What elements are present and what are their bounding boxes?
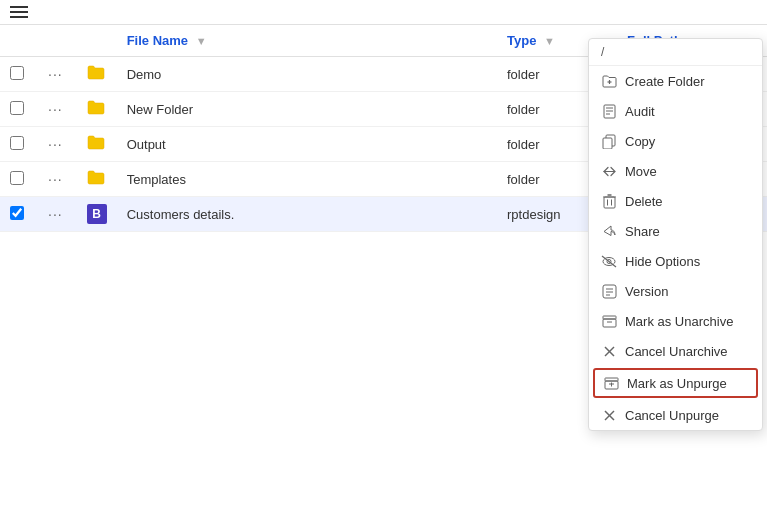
row-filename: Output (117, 127, 497, 162)
menu-item-move[interactable]: Move (589, 156, 762, 186)
row-options-button[interactable]: ··· (44, 64, 67, 84)
menu-item-label-share: Share (625, 224, 660, 239)
header-filename-col: File Name ▼ (117, 25, 497, 57)
menu-item-create-folder[interactable]: Create Folder (589, 66, 762, 96)
x-icon (601, 343, 617, 359)
row-filename: Customers details. (117, 197, 497, 232)
row-options-button[interactable]: ··· (44, 99, 67, 119)
row-icon (77, 57, 117, 92)
row-checkbox[interactable] (10, 206, 24, 220)
move-icon (601, 163, 617, 179)
context-menu-path: / (589, 39, 762, 66)
hamburger-icon[interactable] (10, 6, 28, 18)
type-filter-icon[interactable]: ▼ (544, 35, 555, 47)
svg-rect-21 (603, 316, 616, 319)
menu-item-label-audit: Audit (625, 104, 655, 119)
row-icon (77, 92, 117, 127)
folder-plus-icon (601, 73, 617, 89)
filename-filter-icon[interactable]: ▼ (196, 35, 207, 47)
header-icon-col (77, 25, 117, 57)
menu-item-share[interactable]: Share (589, 216, 762, 246)
folder-icon (87, 100, 105, 115)
eye-off-icon (601, 253, 617, 269)
folder-icon (87, 170, 105, 185)
menu-item-label-delete: Delete (625, 194, 663, 209)
context-menu-items: Create FolderAuditCopyMoveDeleteShareHid… (589, 66, 762, 430)
copy-icon (601, 133, 617, 149)
row-checkbox[interactable] (10, 171, 24, 185)
menu-item-audit[interactable]: Audit (589, 96, 762, 126)
top-bar (0, 0, 767, 25)
row-filename: Demo (117, 57, 497, 92)
x-icon (601, 407, 617, 423)
menu-item-cancel-unpurge[interactable]: Cancel Unpurge (589, 400, 762, 430)
row-icon (77, 162, 117, 197)
version-icon (601, 283, 617, 299)
row-checkbox[interactable] (10, 101, 24, 115)
menu-item-copy[interactable]: Copy (589, 126, 762, 156)
menu-item-label-move: Move (625, 164, 657, 179)
row-filename: New Folder (117, 92, 497, 127)
row-icon: B (77, 197, 117, 232)
menu-item-label-mark-unpurge: Mark as Unpurge (627, 376, 727, 391)
unpurge-icon (603, 375, 619, 391)
menu-item-label-cancel-unarchive: Cancel Unarchive (625, 344, 728, 359)
share-icon (601, 223, 617, 239)
menu-item-mark-unpurge[interactable]: Mark as Unpurge (593, 368, 758, 398)
trash-icon (601, 193, 617, 209)
b-file-icon: B (87, 204, 107, 224)
menu-item-label-version: Version (625, 284, 668, 299)
menu-item-label-mark-unarchive: Mark as Unarchive (625, 314, 733, 329)
menu-item-cancel-unarchive[interactable]: Cancel Unarchive (589, 336, 762, 366)
menu-item-label-cancel-unpurge: Cancel Unpurge (625, 408, 719, 423)
svg-rect-20 (603, 319, 616, 327)
context-menu: / Create FolderAuditCopyMoveDeleteShareH… (588, 38, 763, 431)
menu-item-mark-unarchive[interactable]: Mark as Unarchive (589, 306, 762, 336)
header-dots-col (34, 25, 77, 57)
row-options-button[interactable]: ··· (44, 204, 67, 224)
svg-rect-8 (604, 197, 615, 208)
row-filename: Templates (117, 162, 497, 197)
svg-rect-26 (605, 378, 618, 381)
folder-icon (87, 65, 105, 80)
menu-item-label-create-folder: Create Folder (625, 74, 704, 89)
menu-item-version[interactable]: Version (589, 276, 762, 306)
row-icon (77, 127, 117, 162)
audit-icon (601, 103, 617, 119)
menu-item-label-hide-options: Hide Options (625, 254, 700, 269)
row-options-button[interactable]: ··· (44, 169, 67, 189)
row-checkbox[interactable] (10, 136, 24, 150)
unarchive-icon (601, 313, 617, 329)
row-options-button[interactable]: ··· (44, 134, 67, 154)
header-checkbox-col (0, 25, 34, 57)
menu-item-label-copy: Copy (625, 134, 655, 149)
svg-rect-7 (603, 138, 612, 149)
menu-item-delete[interactable]: Delete (589, 186, 762, 216)
row-checkbox[interactable] (10, 66, 24, 80)
folder-icon (87, 135, 105, 150)
menu-item-hide-options[interactable]: Hide Options (589, 246, 762, 276)
